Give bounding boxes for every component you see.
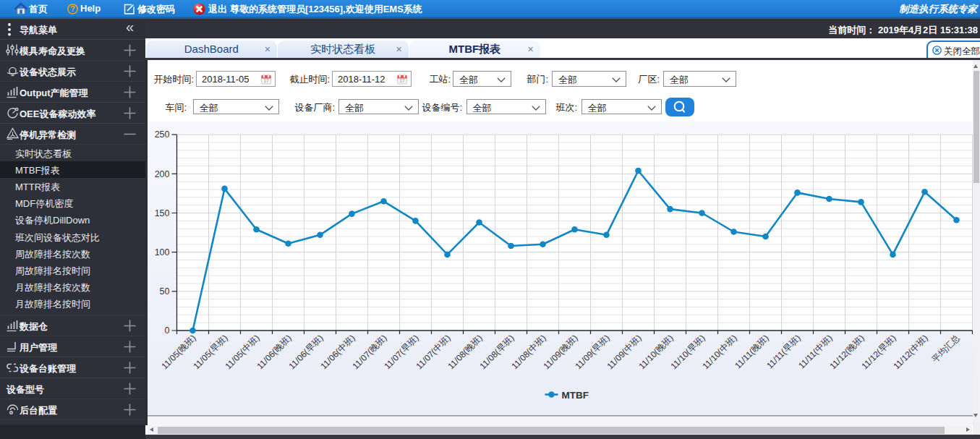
svg-text:100: 100 — [154, 247, 169, 257]
svg-text:11/11(早班): 11/11(早班) — [764, 333, 803, 371]
svg-text:150: 150 — [154, 208, 169, 218]
svg-text:11/11(晚班): 11/11(晚班) — [733, 333, 771, 371]
svg-text:250: 250 — [154, 129, 169, 140]
svg-text:50: 50 — [159, 286, 169, 297]
svg-text:平均汇总: 平均汇总 — [929, 333, 961, 365]
svg-text:200: 200 — [154, 169, 169, 179]
svg-text:11/10(中班): 11/10(中班) — [700, 333, 738, 371]
svg-text:MTBF: MTBF — [561, 390, 589, 401]
svg-text:11/12(中班): 11/12(中班) — [891, 333, 929, 371]
svg-text:?: ? — [70, 4, 74, 13]
svg-text:0: 0 — [164, 325, 169, 336]
